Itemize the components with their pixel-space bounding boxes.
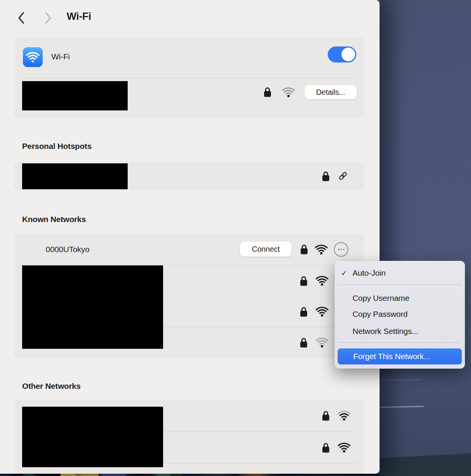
menu-divider: [338, 284, 461, 285]
wallpaper-shade: [380, 0, 471, 476]
wifi-card: Wi-Fi Details...: [14, 37, 364, 118]
page-title: Wi-Fi: [67, 11, 91, 22]
lock-icon: [264, 86, 271, 97]
link-icon: [338, 171, 348, 181]
wifi-toggle-label: Wi-Fi: [51, 52, 70, 61]
lock-icon: [300, 306, 308, 317]
menu-item-copy-password[interactable]: Copy Password: [335, 309, 465, 319]
known-network-names-redacted: [22, 265, 163, 349]
menu-item-network-settings[interactable]: Network Settings...: [335, 326, 465, 337]
known-networks-header: Known Networks: [22, 215, 86, 224]
lock-icon: [322, 170, 330, 182]
network-row-0000utokyo[interactable]: 0000UTokyo Connect: [14, 233, 364, 265]
menu-item-copy-username[interactable]: Copy Username: [335, 293, 465, 303]
network-name: 0000UTokyo: [46, 245, 90, 254]
menu-item-label: Forget This Network...: [353, 352, 430, 361]
divider: [22, 78, 356, 78]
chevron-right-icon: [42, 11, 53, 24]
wifi-signal-strong-icon: [316, 276, 328, 286]
wifi-app-icon: [23, 47, 43, 67]
personal-hotspots-header: Personal Hotspots: [22, 142, 91, 151]
settings-window: Wi-Fi Wi-Fi Details... Personal Hotsp: [0, 0, 380, 474]
lock-icon: [300, 243, 308, 255]
menu-item-label: Copy Username: [352, 294, 409, 303]
menu-divider: [338, 342, 461, 343]
wifi-signal-weak-icon: [282, 87, 295, 97]
lock-icon: [323, 473, 330, 474]
toggle-knob: [341, 48, 355, 61]
hotspot-row[interactable]: [14, 162, 364, 190]
chevron-left-icon: [16, 11, 27, 24]
menu-item-label: Network Settings...: [352, 327, 418, 336]
forward-button[interactable]: [42, 11, 53, 24]
other-networks-card: [14, 400, 364, 474]
other-network-names-redacted: [22, 407, 163, 467]
wifi-signal-strong-icon: [315, 244, 328, 255]
personal-hotspots-card: [14, 162, 364, 190]
connect-button[interactable]: Connect: [240, 241, 292, 257]
current-network-name-redacted: [22, 81, 128, 110]
lock-icon: [322, 410, 330, 421]
desktop-bottom-strip: [0, 474, 380, 476]
menu-item-label: Auto-Join: [352, 268, 386, 278]
wifi-signal-strong-icon: [316, 307, 328, 317]
menu-item-auto-join[interactable]: ✓ Auto-Join: [335, 268, 465, 278]
checkmark-icon: ✓: [341, 269, 347, 278]
other-networks-header: Other Networks: [22, 382, 81, 391]
wifi-signal-weak-icon: [316, 337, 328, 348]
lock-icon: [322, 442, 330, 453]
ellipsis-icon: [338, 249, 340, 250]
lock-icon: [300, 337, 308, 348]
wifi-signal-medium-icon: [338, 411, 351, 421]
wifi-signal-strong-icon: [338, 442, 351, 453]
wifi-toggle[interactable]: [328, 46, 356, 62]
known-networks-card: 0000UTokyo Connect: [14, 233, 364, 358]
lock-icon: [300, 275, 308, 286]
details-button[interactable]: Details...: [304, 85, 357, 99]
network-context-menu: ✓ Auto-Join Copy Username Copy Password …: [335, 261, 465, 369]
back-button[interactable]: [16, 11, 27, 24]
more-options-button[interactable]: [334, 242, 348, 257]
menu-item-forget-this-network[interactable]: Forget This Network...: [338, 348, 462, 364]
menu-item-label: Copy Password: [352, 310, 407, 319]
wifi-glyph-icon: [26, 52, 40, 63]
hotspot-name-redacted: [22, 163, 128, 189]
